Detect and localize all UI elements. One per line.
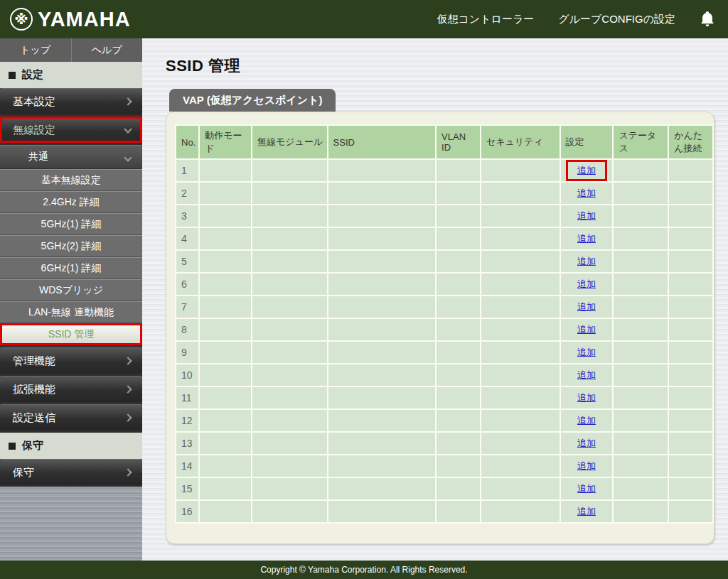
sidebar-item-6ghz1-detail[interactable]: 6GHz(1) 詳細 [0,257,142,279]
empty-cell [436,432,481,455]
sidebar-item-common[interactable]: 共通 [0,145,142,168]
add-link-row-14[interactable]: 追加 [577,460,596,471]
empty-cell [436,364,481,386]
sidebar-item-basic-settings[interactable]: 基本設定 [0,88,142,114]
settings-cell: 追加 [560,318,614,341]
empty-cell [252,409,328,432]
empty-cell [199,341,252,364]
sidebar-item-basic-wireless[interactable]: 基本無線設定 [0,169,142,191]
row-number-cell: 1 [176,159,199,182]
empty-cell [199,364,252,386]
page: ※ YAMAHA 仮想コントローラー グループCONFIGの設定 トップ ヘルプ… [0,0,728,579]
section-settings-label: 設定 [22,68,43,82]
brand-name: YAMAHA [38,8,131,31]
empty-cell [668,318,713,341]
settings-cell: 追加 [560,409,614,432]
sidebar-item-extended[interactable]: 拡張機能 [0,376,142,402]
empty-cell [481,455,560,477]
empty-cell [613,159,668,182]
empty-cell [613,273,668,296]
sidebar-item-label: 6GHz(1) 詳細 [41,262,102,275]
sidebar-item-wds-bridge[interactable]: WDSブリッジ [0,279,142,301]
add-link-row-8[interactable]: 追加 [577,324,596,335]
notification-bell-icon[interactable] [700,11,715,28]
sidebar-item-label: 拡張機能 [13,383,55,396]
sidebar-item-wireless-settings[interactable]: 無線設定 [0,117,142,143]
add-link-row-2[interactable]: 追加 [577,188,596,198]
sidebar-item-5ghz1-detail[interactable]: 5GHz(1) 詳細 [0,213,142,235]
sidebar-item-maintenance[interactable]: 保守 [0,459,142,485]
add-link-row-10[interactable]: 追加 [577,369,596,380]
empty-cell [328,182,436,205]
sidebar-item-label: 基本無線設定 [41,174,101,187]
empty-cell [252,432,328,455]
sidebar-item-label: 保守 [13,466,34,480]
empty-cell [199,273,252,296]
sidebar-item-label: 5GHz(1) 詳細 [41,218,102,231]
add-link-row-13[interactable]: 追加 [577,438,596,448]
sidebar-item-label: LAN-無線 連動機能 [28,306,114,319]
sidebar-item-management[interactable]: 管理機能 [0,347,142,374]
empty-cell [668,500,713,523]
table-header-row: No.動作モード無線モジュールSSIDVLAN IDセキュリティ設定ステータスか… [176,125,713,159]
empty-cell [199,409,252,432]
chevron-right-icon [124,385,132,393]
page-title: SSID 管理 [166,55,728,77]
add-link-row-9[interactable]: 追加 [577,347,596,357]
empty-cell [436,205,481,227]
nav-virtual-controller[interactable]: 仮想コントローラー [437,13,534,26]
add-link-row-6[interactable]: 追加 [577,278,596,289]
sidebar-item-5ghz2-detail[interactable]: 5GHz(2) 詳細 [0,235,142,257]
empty-cell [481,477,560,500]
empty-cell [328,205,436,227]
chevron-right-icon [124,357,132,364]
empty-cell [436,227,481,250]
empty-cell [613,364,668,386]
column-header-6: 設定 [560,125,614,159]
add-link-row-3[interactable]: 追加 [577,210,596,221]
tab-help[interactable]: ヘルプ [71,38,143,62]
add-link-row-15[interactable]: 追加 [577,483,596,494]
sidebar-item-label: 無線設定 [13,124,55,137]
add-link-row-4[interactable]: 追加 [577,233,596,244]
empty-cell [199,432,252,455]
empty-cell [613,250,668,273]
sidebar-item-24ghz-detail[interactable]: 2.4GHz 詳細 [0,191,142,213]
add-link-row-12[interactable]: 追加 [577,415,596,426]
empty-cell [613,318,668,341]
add-link-row-5[interactable]: 追加 [577,256,596,266]
nav-group-config[interactable]: グループCONFIGの設定 [558,13,675,26]
empty-cell [436,250,481,273]
header-nav: 仮想コントローラー グループCONFIGの設定 [437,11,728,28]
section-bullet-icon [9,443,16,450]
tab-vap[interactable]: VAP (仮想アクセスポイント) [169,89,336,112]
empty-cell [481,205,560,227]
add-link-row-16[interactable]: 追加 [577,506,596,516]
column-header-3: SSID [328,125,436,159]
settings-cell: 追加 [560,386,614,409]
sidebar-item-label: WDSブリッジ [39,284,103,297]
sidebar-item-ssid-management[interactable]: SSID 管理 [0,323,142,345]
table-row: 1追加 [176,159,713,182]
sidebar-item-label: 5GHz(2) 詳細 [41,240,102,253]
empty-cell [481,273,560,296]
empty-cell [199,159,252,182]
empty-cell [252,296,328,318]
empty-cell [613,227,668,250]
empty-cell [252,273,328,296]
empty-cell [613,182,668,205]
table-row: 5追加 [176,250,713,273]
sidebar-item-lan-wireless-link[interactable]: LAN-無線 連動機能 [0,301,142,323]
chevron-right-icon [124,468,132,476]
add-link-row-7[interactable]: 追加 [577,301,596,312]
row-number-cell: 16 [176,500,199,523]
sidebar-item-label: 管理機能 [13,355,55,368]
settings-cell: 追加 [560,455,614,477]
row-number-cell: 14 [176,455,199,477]
empty-cell [668,364,713,386]
settings-cell: 追加 [560,205,614,227]
add-link-row-11[interactable]: 追加 [577,392,596,403]
tab-top[interactable]: トップ [0,38,71,62]
add-link-row-1[interactable]: 追加 [568,162,605,179]
sidebar-item-config-send[interactable]: 設定送信 [0,404,142,431]
